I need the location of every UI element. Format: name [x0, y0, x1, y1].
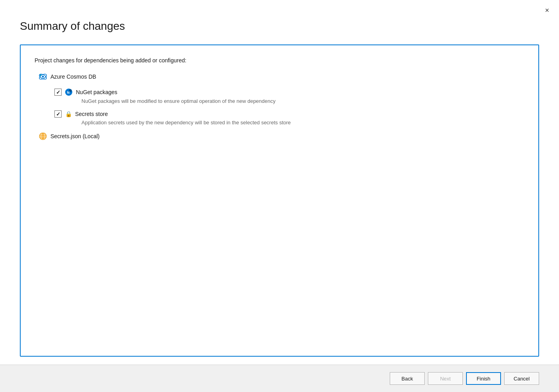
- nuget-row: ✓ N NuGet packages: [54, 88, 524, 96]
- svg-point-3: [40, 74, 41, 76]
- dependency-section: Azure Cosmos DB ✓: [39, 72, 524, 141]
- next-button[interactable]: Next: [428, 372, 463, 385]
- secrets-label: Secrets store: [75, 111, 108, 117]
- secrets-json-item: Secrets.json (Local): [39, 132, 524, 141]
- finish-button[interactable]: Finish: [466, 372, 501, 385]
- secrets-json-icon: [39, 132, 47, 141]
- summary-box: Project changes for dependencies being a…: [20, 44, 539, 357]
- secrets-row: ✓ 🔒 Secrets store: [54, 110, 524, 118]
- secrets-store-item: ✓ 🔒 Secrets store Application secrets us…: [54, 110, 524, 126]
- nuget-packages-item: ✓ N NuGet packages: [54, 88, 524, 104]
- sub-items: ✓ N NuGet packages: [54, 88, 524, 126]
- cosmos-db-icon: [39, 72, 47, 81]
- nuget-checkbox[interactable]: ✓: [54, 89, 62, 96]
- close-button[interactable]: ×: [542, 5, 553, 16]
- secrets-description: Application secrets used by the new depe…: [81, 120, 524, 126]
- page-title: Summary of changes: [20, 20, 539, 33]
- nuget-description: NuGet packages will be modified to ensur…: [81, 98, 524, 104]
- nuget-icon: N: [65, 88, 73, 96]
- cancel-button[interactable]: Cancel: [504, 372, 539, 385]
- nuget-label: NuGet packages: [76, 89, 117, 95]
- dependency-item-cosmos: Azure Cosmos DB: [39, 72, 524, 81]
- content-area: Summary of changes Project changes for d…: [0, 16, 559, 365]
- svg-text:N: N: [67, 91, 70, 95]
- footer: Back Next Finish Cancel: [0, 365, 559, 392]
- back-button[interactable]: Back: [390, 372, 425, 385]
- title-bar: ×: [0, 0, 559, 16]
- cosmos-db-label: Azure Cosmos DB: [50, 73, 96, 80]
- svg-point-2: [42, 76, 44, 78]
- lock-icon: 🔒: [65, 110, 72, 118]
- summary-description: Project changes for dependencies being a…: [35, 57, 524, 64]
- secrets-checkbox[interactable]: ✓: [54, 110, 62, 118]
- dialog: × Summary of changes Project changes for…: [0, 0, 559, 392]
- secrets-json-label: Secrets.json (Local): [50, 133, 100, 139]
